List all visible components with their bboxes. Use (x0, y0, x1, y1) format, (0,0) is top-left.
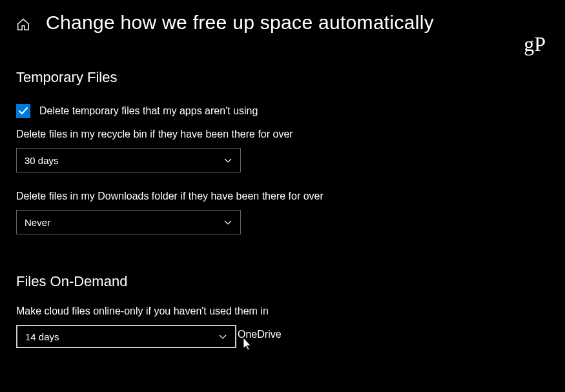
downloads-dropdown[interactable]: Never (16, 210, 241, 234)
recycle-bin-label: Delete files in my recycle bin if they h… (16, 129, 549, 140)
recycle-bin-dropdown[interactable]: 30 days (16, 148, 241, 172)
cloud-files-value: 14 days (25, 331, 59, 342)
chevron-down-icon (223, 218, 232, 227)
downloads-label: Delete files in my Downloads folder if t… (16, 191, 549, 202)
downloads-value: Never (25, 217, 50, 228)
section-heading-files-on-demand: Files On-Demand (16, 273, 549, 290)
cloud-files-label: Make cloud files online-only if you have… (16, 305, 549, 317)
delete-temp-files-label: Delete temporary files that my apps aren… (39, 105, 258, 117)
chevron-down-icon (218, 332, 227, 341)
watermark: gP (524, 32, 546, 56)
cloud-files-dropdown[interactable]: 14 days (16, 325, 236, 348)
recycle-bin-value: 30 days (25, 155, 59, 166)
delete-temp-files-checkbox[interactable] (16, 104, 30, 118)
onedrive-label: OneDrive (238, 329, 282, 340)
page-title: Change how we free up space automaticall… (46, 12, 434, 34)
chevron-down-icon (223, 156, 232, 165)
home-icon[interactable] (16, 17, 30, 32)
section-heading-temporary-files: Temporary Files (16, 69, 549, 86)
